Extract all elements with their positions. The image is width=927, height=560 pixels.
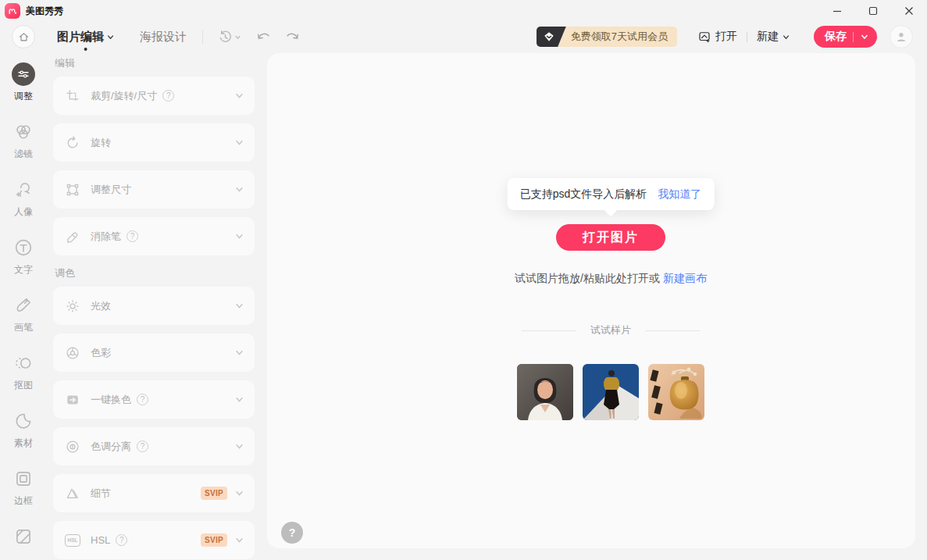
help-icon[interactable]: ? bbox=[137, 441, 148, 452]
panel-item-label: 光效 bbox=[91, 299, 111, 313]
tone-split-icon bbox=[65, 439, 80, 455]
chevron-down-icon bbox=[234, 231, 244, 241]
samples-row bbox=[517, 364, 704, 420]
rail-label-cutout: 抠图 bbox=[14, 379, 33, 392]
close-icon[interactable] bbox=[891, 0, 927, 22]
cutout-icon bbox=[12, 351, 35, 375]
svip-badge: SVIP bbox=[201, 533, 227, 547]
avatar[interactable] bbox=[890, 25, 913, 48]
swap-color-icon bbox=[65, 392, 80, 408]
tab-picture-edit-label: 图片编辑 bbox=[57, 30, 104, 45]
divider-line bbox=[522, 330, 576, 331]
tab-picture-edit[interactable]: 图片编辑 bbox=[57, 30, 115, 45]
portrait-sample[interactable] bbox=[517, 364, 573, 420]
new-button[interactable]: 新建 bbox=[757, 30, 790, 44]
rail-item-frame[interactable]: 边框 bbox=[0, 462, 47, 520]
home-button[interactable] bbox=[12, 25, 35, 48]
chevron-down-icon bbox=[234, 301, 244, 311]
rail-item-text[interactable]: 文字 bbox=[0, 231, 47, 289]
toolbar-pipe-divider bbox=[747, 32, 747, 42]
panel-item-swap-color[interactable]: 一键换色 ? bbox=[53, 380, 255, 419]
rail-item-sticker[interactable]: 素材 bbox=[0, 405, 47, 462]
help-icon[interactable]: ? bbox=[137, 394, 148, 405]
new-canvas-link[interactable]: 新建画布 bbox=[663, 272, 707, 284]
chevron-down-icon bbox=[234, 348, 244, 358]
save-button[interactable]: 保存 bbox=[814, 26, 877, 48]
maximize-icon[interactable] bbox=[855, 0, 891, 22]
tab-poster-design[interactable]: 海报设计 bbox=[140, 30, 187, 45]
rail-label-filter: 滤镜 bbox=[14, 148, 33, 161]
panel-item-crop[interactable]: 裁剪/旋转/尺寸 ? bbox=[53, 77, 255, 115]
vip-trial-banner[interactable]: 免费领取7天试用会员 bbox=[537, 27, 677, 47]
rail-label-adjust: 调整 bbox=[14, 90, 33, 103]
panel-item-rotate[interactable]: 旋转 bbox=[53, 123, 255, 162]
redo-button[interactable] bbox=[284, 28, 301, 45]
drop-hint-text: 试试图片拖放/粘贴此处打开或 bbox=[515, 272, 660, 284]
resize-icon bbox=[65, 182, 80, 198]
chevron-down-icon bbox=[234, 488, 244, 498]
chevron-down-icon bbox=[234, 33, 242, 41]
rail-item-brush[interactable]: 画笔 bbox=[0, 289, 47, 347]
rail-item-portrait[interactable]: 人像 bbox=[0, 173, 47, 231]
section-label-edit: 编辑 bbox=[55, 56, 255, 69]
rail-label-text: 文字 bbox=[14, 263, 33, 276]
toolbar-right: 免费领取7天试用会员 打开 新建 保存 bbox=[537, 25, 913, 48]
frame-icon bbox=[12, 467, 35, 490]
rail-item-filter[interactable]: 滤镜 bbox=[0, 116, 47, 173]
svip-badge: SVIP bbox=[201, 487, 227, 500]
panel-item-label: 色彩 bbox=[91, 346, 111, 360]
panel-item-tone-split[interactable]: 色调分离 ? bbox=[53, 427, 255, 465]
panel-item-label: 色调分离 bbox=[91, 440, 131, 454]
rail-item-adjust[interactable]: 调整 bbox=[0, 58, 47, 116]
undo-icon bbox=[255, 28, 272, 45]
help-icon[interactable]: ? bbox=[116, 534, 127, 546]
panel-item-resize[interactable]: 调整尺寸 bbox=[53, 170, 255, 209]
color-wheel-icon bbox=[65, 345, 80, 361]
perfume-sample[interactable] bbox=[648, 364, 704, 420]
help-icon[interactable]: ? bbox=[162, 90, 174, 102]
panel-item-label: HSL bbox=[91, 534, 110, 546]
title-bar: 美图秀秀 bbox=[0, 0, 927, 22]
detail-triangle-icon bbox=[65, 486, 80, 501]
new-button-label: 新建 bbox=[757, 30, 779, 44]
window-controls bbox=[819, 0, 927, 22]
undo-button[interactable] bbox=[255, 28, 272, 45]
open-button[interactable]: 打开 bbox=[697, 30, 737, 44]
filter-circles-icon bbox=[12, 120, 35, 144]
redo-icon bbox=[284, 28, 301, 45]
panel-item-label: 消除笔 bbox=[91, 230, 121, 244]
app-title: 美图秀秀 bbox=[26, 5, 63, 18]
left-icon-rail: 调整 滤镜 人像 文字 画笔 抠图 素材 bbox=[0, 58, 47, 560]
chevron-down-icon bbox=[782, 33, 790, 41]
panel-item-eraser[interactable]: 消除笔 ? bbox=[53, 217, 255, 255]
chevron-down-icon bbox=[234, 137, 244, 148]
help-button[interactable]: ? bbox=[281, 522, 303, 544]
home-icon bbox=[18, 31, 30, 43]
history-button[interactable] bbox=[217, 29, 242, 45]
open-file-icon bbox=[697, 30, 711, 44]
panel-item-color[interactable]: 色彩 bbox=[53, 334, 255, 372]
save-button-label: 保存 bbox=[825, 30, 847, 44]
chevron-down-icon bbox=[234, 441, 244, 451]
psd-tooltip-dismiss-link[interactable]: 我知道了 bbox=[658, 187, 701, 202]
open-image-button[interactable]: 打开图片 bbox=[556, 224, 665, 251]
rail-item-cutout[interactable]: 抠图 bbox=[0, 347, 47, 405]
rail-label-portrait: 人像 bbox=[14, 205, 33, 219]
vip-badge-icon bbox=[537, 27, 566, 47]
chevron-down-icon bbox=[106, 33, 115, 41]
minimize-icon[interactable] bbox=[819, 0, 855, 22]
panel-item-label: 裁剪/旋转/尺寸 bbox=[91, 89, 157, 103]
adjust-sliders-icon bbox=[12, 62, 35, 86]
chevron-down-icon bbox=[234, 394, 244, 405]
panel-item-hsl[interactable]: HSL HSL ? SVIP bbox=[53, 521, 255, 559]
panel-item-light[interactable]: 光效 bbox=[53, 287, 255, 325]
history-icon bbox=[217, 29, 234, 45]
mosaic-icon bbox=[12, 525, 35, 548]
rail-item-mosaic[interactable] bbox=[0, 520, 47, 560]
panel-item-detail[interactable]: 细节 SVIP bbox=[53, 474, 255, 512]
divider-line bbox=[645, 330, 700, 331]
help-icon[interactable]: ? bbox=[127, 230, 138, 242]
workspace-canvas: 已支持psd文件导入后解析 我知道了 打开图片 试试图片拖放/粘贴此处打开或 新… bbox=[267, 53, 915, 548]
rail-label-brush: 画笔 bbox=[14, 321, 33, 334]
fashion-sample[interactable] bbox=[583, 364, 639, 420]
